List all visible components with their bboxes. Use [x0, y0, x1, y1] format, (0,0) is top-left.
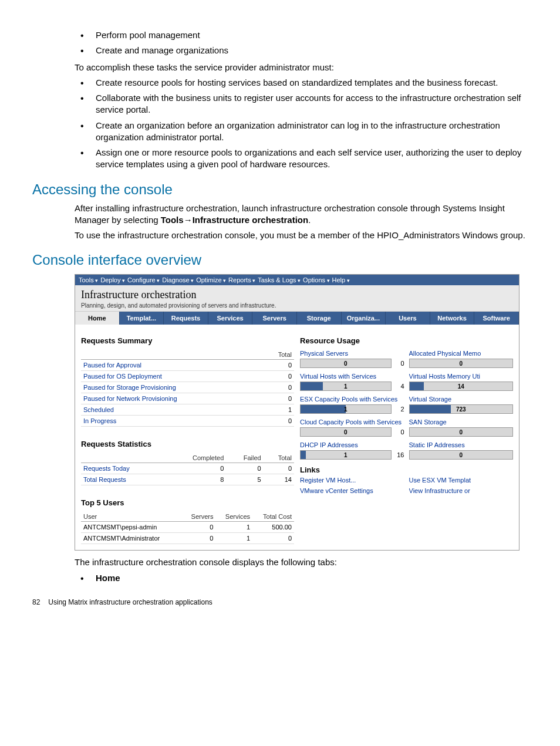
top-users-table: User Servers Services Total Cost ANTCMSM…	[81, 512, 294, 544]
access-para-1: After installing infrastructure orchestr…	[75, 202, 528, 227]
page-number: 82	[32, 598, 40, 606]
list-item: Create and manage organizations	[75, 45, 528, 56]
list-item: Home	[75, 572, 528, 584]
tab-organizations[interactable]: Organiza...	[342, 312, 386, 325]
tab-home[interactable]: Home	[75, 312, 120, 325]
tab-templates[interactable]: Templat...	[120, 312, 164, 325]
top-users-title: Top 5 Users	[81, 498, 294, 507]
tab-networks[interactable]: Networks	[430, 312, 475, 325]
menu-deploy[interactable]: Deploy	[100, 276, 125, 283]
table-row: ANTCMSMT\Administrator 0 1 0	[81, 533, 294, 544]
links-title: Links	[300, 465, 513, 474]
table-row: ANTCMSMT\pepsi-admin 0 1 500.00	[81, 522, 294, 533]
resource-total: 16	[395, 451, 404, 458]
menu-help[interactable]: Help	[332, 276, 350, 283]
tab-servers[interactable]: Servers	[252, 312, 297, 325]
tabbar: Home Templat... Requests Services Server…	[75, 312, 519, 325]
requests-statistics-table: Completed Failed Total Requests Today 0 …	[81, 453, 294, 485]
menu-optimize[interactable]: Optimize	[196, 276, 226, 283]
titlebar: Infrastructure orchestration Planning, d…	[75, 285, 519, 312]
heading-accessing-console: Accessing the console	[32, 181, 528, 198]
resource-cell: Allocated Physical Memo0	[409, 350, 514, 368]
outro-para: The infrastructure orchestration console…	[75, 556, 528, 568]
resource-cell: Cloud Capacity Pools with Services00	[300, 418, 404, 437]
access-para-2: To use the infrastructure orchestration …	[75, 229, 528, 241]
menu-options[interactable]: Options	[303, 276, 329, 283]
menu-tools[interactable]: Tools	[79, 276, 98, 283]
resource-cell: Physical Servers00	[300, 350, 404, 368]
table-row: Scheduled1	[81, 404, 294, 416]
table-row: Paused for Network Provisioning0	[81, 393, 294, 404]
tab-storage[interactable]: Storage	[297, 312, 342, 325]
app-title: Infrastructure orchestration	[81, 289, 513, 301]
intro-bullets-mid: Create resource pools for hosting servic…	[75, 77, 528, 171]
resource-label[interactable]: SAN Storage	[409, 418, 514, 426]
resource-bar: 0	[409, 450, 514, 460]
table-row: Paused for Approval0	[81, 360, 294, 371]
requests-statistics-title: Requests Statistics	[81, 440, 294, 448]
intro-bullets-top: Perform pool management Create and manag…	[75, 29, 528, 57]
resource-total: 4	[395, 383, 404, 390]
resource-bar: 723	[409, 404, 514, 414]
menu-diagnose[interactable]: Diagnose	[162, 276, 194, 283]
link-vcenter-settings[interactable]: VMware vCenter Settings	[300, 487, 404, 494]
resource-cell: SAN Storage0	[409, 418, 514, 437]
link-use-esx-template[interactable]: Use ESX VM Templat	[409, 477, 514, 484]
footer-text: Using Matrix infrastructure orchestratio…	[48, 598, 212, 606]
menu-tasks-logs[interactable]: Tasks & Logs	[258, 276, 301, 283]
table-row: Requests Today 0 0 0	[81, 463, 294, 474]
link-register-vm-host[interactable]: Register VM Host...	[300, 477, 404, 484]
resource-label[interactable]: Allocated Physical Memo	[409, 350, 514, 357]
requests-summary-title: Requests Summary	[81, 336, 294, 345]
resource-bar: 0	[300, 359, 392, 368]
table-row: Paused for Storage Provisioning0	[81, 382, 294, 393]
heading-console-overview: Console interface overview	[32, 252, 528, 268]
resource-total: 0	[395, 428, 404, 436]
list-item: Create resource pools for hosting servic…	[75, 77, 528, 89]
col-total: Total	[261, 350, 294, 360]
resource-label[interactable]: Physical Servers	[300, 350, 404, 357]
resource-label[interactable]: Virtual Hosts Memory Uti	[409, 373, 514, 380]
resource-bar: 0	[409, 359, 514, 368]
list-item: Create an organization before an organiz…	[75, 120, 528, 144]
menu-reports[interactable]: Reports	[228, 276, 255, 283]
intro-para: To accomplish these tasks the service pr…	[75, 62, 528, 73]
list-item: Assign one or more resource pools to org…	[75, 147, 528, 171]
menu-configure[interactable]: Configure	[127, 276, 160, 283]
resource-usage-title: Resource Usage	[300, 336, 513, 345]
resource-cell: Static IP Addresses0	[409, 441, 514, 460]
resource-cell: Virtual Storage723	[409, 396, 514, 414]
resource-total: 0	[395, 360, 404, 367]
list-item: Perform pool management	[75, 29, 528, 41]
tab-software[interactable]: Software	[474, 312, 519, 325]
requests-summary-table: Total Paused for Approval0 Paused for OS…	[81, 350, 294, 427]
resource-bar: 14	[409, 382, 514, 391]
resource-label[interactable]: Static IP Addresses	[409, 441, 514, 448]
dashboard-right-column: Resource Usage Physical Servers00Allocat…	[300, 333, 513, 544]
app-subtitle: Planning, design, and automated provisio…	[81, 302, 513, 309]
resource-label[interactable]: ESX Capacity Pools with Services	[300, 396, 404, 403]
resource-cell: ESX Capacity Pools with Services12	[300, 396, 404, 414]
resource-bar: 0	[300, 427, 392, 437]
resource-bar: 0	[409, 427, 514, 437]
tab-users[interactable]: Users	[386, 312, 430, 325]
tab-requests[interactable]: Requests	[164, 312, 208, 325]
resource-label[interactable]: Cloud Capacity Pools with Services	[300, 418, 404, 426]
menubar: Tools Deploy Configure Diagnose Optimize…	[75, 275, 519, 285]
resource-cell: Virtual Hosts with Services14	[300, 373, 404, 391]
resource-label[interactable]: Virtual Hosts with Services	[300, 373, 404, 380]
list-item: Collaborate with the business units to r…	[75, 92, 528, 116]
resource-label[interactable]: DHCP IP Addresses	[300, 441, 404, 448]
resource-cell: Virtual Hosts Memory Uti14	[409, 373, 514, 391]
tab-services[interactable]: Services	[208, 312, 253, 325]
resource-bar: 1	[300, 450, 392, 460]
table-row: In Progress0	[81, 416, 294, 427]
table-row: Total Requests 8 5 14	[81, 474, 294, 485]
console-screenshot: Tools Deploy Configure Diagnose Optimize…	[75, 274, 519, 551]
link-view-infrastructure[interactable]: View Infrastructure or	[409, 487, 514, 494]
resource-label[interactable]: Virtual Storage	[409, 396, 514, 403]
table-row: Paused for OS Deployment0	[81, 371, 294, 382]
resource-cell: DHCP IP Addresses116	[300, 441, 404, 460]
resource-bar: 1	[300, 404, 392, 414]
resource-bar: 1	[300, 382, 392, 391]
